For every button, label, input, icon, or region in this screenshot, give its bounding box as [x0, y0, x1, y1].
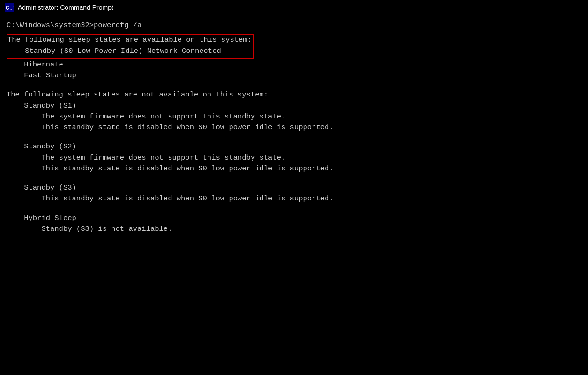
standby-s2-name: Standby (S2) [7, 141, 581, 152]
standby-s1-reason-0: The system firmware does not support thi… [7, 111, 581, 122]
standby-s3-name: Standby (S3) [7, 183, 581, 193]
standby-s2-reason-0: The system firmware does not support thi… [7, 153, 581, 163]
available-state-2: Fast Startup [7, 70, 581, 81]
svg-text:C:\: C:\ [6, 5, 14, 12]
available-state-0: Standby (S0 Low Power Idle) Network Conn… [7, 46, 252, 57]
prompt-text: C:\Windows\system32>powercfg /a [7, 20, 581, 31]
standby-s2-reason-1: This standby state is disabled when S0 l… [7, 163, 581, 174]
cmd-icon: C:\ [5, 3, 14, 12]
standby-s3-reason-0: This standby state is disabled when S0 l… [7, 193, 581, 204]
title-bar: C:\ Administrator: Command Prompt [0, 0, 588, 15]
unavailable-header: The following sleep states are not avail… [7, 89, 581, 100]
available-header: The following sleep states are available… [7, 35, 252, 45]
command-prompt-line: C:\Windows\system32>powercfg /a [7, 20, 581, 31]
standby-s1-reason-1: This standby state is disabled when S0 l… [7, 122, 581, 133]
window-title: Administrator: Command Prompt [18, 4, 113, 11]
terminal-body: C:\Windows\system32>powercfg /a The foll… [0, 15, 588, 239]
hybrid-sleep-reason-0: Standby (S3) is not available. [7, 224, 581, 235]
hybrid-sleep-name: Hybrid Sleep [7, 213, 581, 224]
standby-s1-name: Standby (S1) [7, 101, 581, 111]
available-state-1: Hibernate [7, 59, 581, 70]
highlight-box: The following sleep states are available… [7, 34, 254, 59]
